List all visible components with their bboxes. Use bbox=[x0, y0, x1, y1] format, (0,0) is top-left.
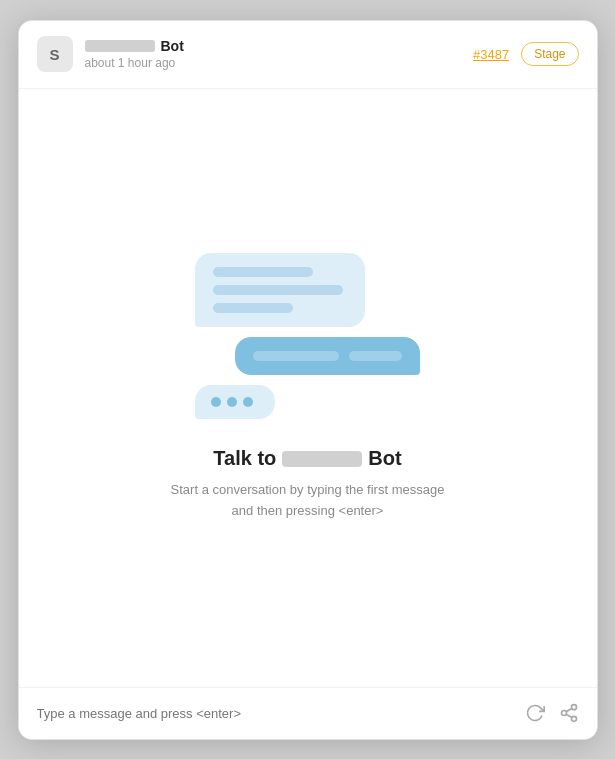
illustration-bubble-outgoing bbox=[235, 337, 420, 375]
bubble-line-4 bbox=[253, 351, 339, 361]
share-svg bbox=[559, 703, 579, 723]
chat-footer bbox=[19, 687, 597, 739]
talk-to-title: Talk to Bot bbox=[213, 447, 401, 470]
header-right: #3487 Stage bbox=[473, 42, 579, 66]
typing-dot-1 bbox=[211, 397, 221, 407]
bubble-line-1 bbox=[213, 267, 313, 277]
bubble-line-2 bbox=[213, 285, 343, 295]
illustration-bubble-incoming bbox=[195, 253, 365, 327]
avatar: S bbox=[37, 36, 73, 72]
redacted-username bbox=[85, 40, 155, 52]
header-info: Bot about 1 hour ago bbox=[85, 38, 184, 70]
chat-header: S Bot about 1 hour ago #3487 Stage bbox=[19, 21, 597, 89]
header-left: S Bot about 1 hour ago bbox=[37, 36, 184, 72]
header-time: about 1 hour ago bbox=[85, 56, 184, 70]
typing-dot-3 bbox=[243, 397, 253, 407]
typing-dot-2 bbox=[227, 397, 237, 407]
refresh-icon[interactable] bbox=[525, 703, 545, 723]
chat-illustration bbox=[195, 253, 420, 419]
svg-line-3 bbox=[566, 714, 572, 717]
svg-line-4 bbox=[566, 708, 572, 711]
footer-icons bbox=[525, 703, 579, 723]
talk-to-subtitle: Start a conversation by typing the first… bbox=[171, 480, 445, 522]
svg-point-0 bbox=[571, 705, 576, 710]
ticket-link[interactable]: #3487 bbox=[473, 47, 509, 62]
bubble-line-3 bbox=[213, 303, 293, 313]
bubble-line-5 bbox=[349, 351, 402, 361]
illustration-bubble-typing bbox=[195, 385, 275, 419]
refresh-svg bbox=[525, 703, 545, 723]
redacted-bot-name bbox=[282, 451, 362, 467]
chat-window: S Bot about 1 hour ago #3487 Stage bbox=[18, 20, 598, 740]
message-input[interactable] bbox=[37, 700, 525, 727]
svg-point-1 bbox=[561, 711, 566, 716]
chat-body: Talk to Bot Start a conversation by typi… bbox=[19, 89, 597, 687]
svg-point-2 bbox=[571, 716, 576, 721]
share-icon[interactable] bbox=[559, 703, 579, 723]
stage-badge: Stage bbox=[521, 42, 578, 66]
bot-name: Bot bbox=[85, 38, 184, 54]
